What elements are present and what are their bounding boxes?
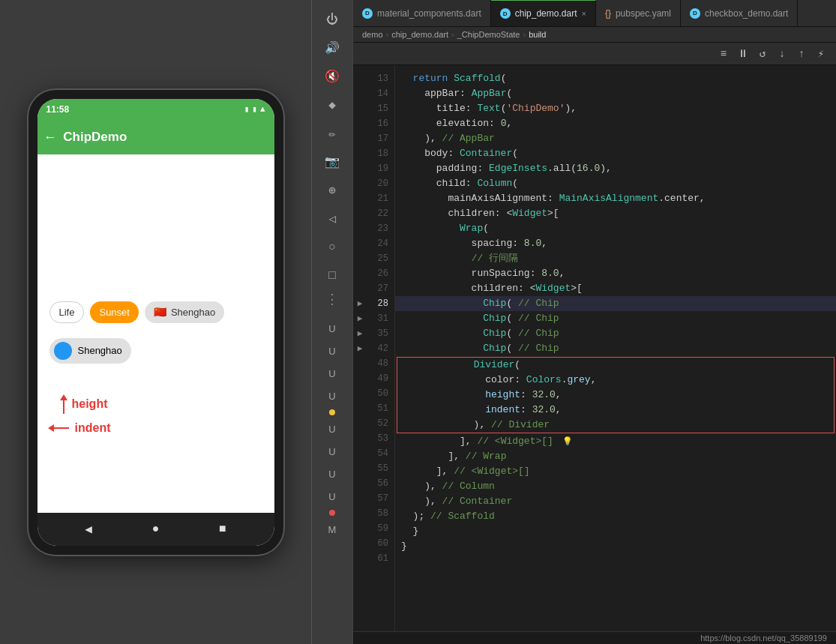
code-line-50: height: 32.0, — [397, 388, 834, 403]
avatar — [54, 342, 72, 360]
status-icons: ▮ ▮ ▲ — [244, 104, 265, 114]
height-annotation: height — [60, 394, 108, 414]
more-options-btn[interactable]: ⋮ — [325, 291, 340, 316]
code-line-35: Chip( // Chip — [395, 326, 836, 341]
square-icon-btn[interactable]: □ — [317, 262, 347, 289]
code-line-21: mainAxisAlignment: MainAxisAlignment.cen… — [395, 191, 836, 206]
code-line-15: title: Text('ChipDemo'), — [395, 101, 836, 116]
bc-build[interactable]: build — [529, 30, 546, 39]
toolbar-refresh-btn[interactable]: ↺ — [754, 45, 772, 63]
code-line-48: Divider( — [397, 358, 834, 373]
phone-appbar: ← ChipDemo — [37, 120, 274, 154]
tab-chip-demo[interactable]: D chip_demo.dart × — [491, 0, 596, 26]
volume-up-icon-btn[interactable]: 🔊 — [317, 34, 347, 61]
power-icon-btn[interactable]: ⏻ — [317, 6, 347, 33]
ln-57: 57 — [367, 491, 394, 506]
ln-49: 49 — [367, 371, 394, 386]
gutter-item — [353, 236, 367, 251]
ln-20: 20 — [367, 176, 394, 191]
appbar-title: ChipDemo — [63, 130, 127, 145]
nav-home-btn[interactable]: ● — [152, 523, 160, 536]
tab-checkbox-demo[interactable]: D checkbox_demo.dart — [681, 0, 798, 26]
tab-pubspec[interactable]: {} pubspec.yaml — [596, 0, 681, 26]
ln-59: 59 — [367, 521, 394, 536]
left-gutter: ▶ ▶ ▶ ▶ — [353, 65, 367, 631]
gutter-arrow-31[interactable]: ▶ — [353, 311, 367, 326]
ln-58: 58 — [367, 506, 394, 521]
flag-icon: 🇨🇳 — [154, 306, 166, 318]
code-line-23: Wrap( — [395, 221, 836, 236]
code-line-26: runSpacing: 8.0, — [395, 266, 836, 281]
code-line-58: ); // Scaffold — [395, 509, 836, 524]
chip-sunset[interactable]: Sunset — [90, 301, 138, 323]
toolbar-run-btn[interactable]: ⚡ — [812, 45, 830, 63]
back-button[interactable]: ← — [46, 130, 55, 145]
wifi-icon: ▲ — [260, 105, 265, 114]
gutter-arrow-35[interactable]: ▶ — [353, 326, 367, 341]
tab-chip-label: chip_demo.dart — [515, 8, 577, 19]
sidebar-letter-u6: U — [317, 441, 347, 462]
toolbar-down-btn[interactable]: ↓ — [773, 45, 791, 63]
code-lines[interactable]: return Scaffold( appBar: AppBar( title: … — [395, 65, 836, 631]
dart-icon-cb: D — [690, 8, 700, 19]
toolbar-pause-btn[interactable]: ⏸ — [734, 45, 752, 63]
height-arrow — [60, 394, 67, 414]
ln-53: 53 — [367, 431, 394, 446]
phone-section: 11:58 ▮ ▮ ▲ ← ChipDemo Life Sunset — [0, 0, 311, 644]
arrow-left-line — [54, 427, 69, 429]
indent-annotation: indent — [48, 421, 111, 435]
nav-back-btn[interactable]: ◀ — [85, 522, 92, 537]
sidebar-letter-u1: U — [317, 318, 347, 339]
code-line-60: } — [395, 539, 836, 554]
back-arrow-icon-btn[interactable]: ◁ — [317, 205, 347, 232]
chip-life[interactable]: Life — [49, 301, 85, 323]
editor-section: D material_components.dart D chip_demo.d… — [353, 0, 836, 644]
toolbar-menu-btn[interactable]: ≡ — [715, 45, 733, 63]
sidebar-letter-u4: U — [317, 385, 347, 406]
ln-27: 27 — [367, 281, 394, 296]
gutter-arrow-28[interactable]: ▶ — [353, 296, 367, 311]
chip-with-avatar[interactable]: Shenghao — [49, 338, 131, 364]
bc-sep2: › — [451, 30, 454, 39]
code-line-17: ), // AppBar — [395, 131, 836, 146]
bc-demo[interactable]: demo — [362, 30, 383, 39]
editor-toolbar: ≡ ⏸ ↺ ↓ ↑ ⚡ — [353, 43, 836, 65]
gutter-item — [353, 266, 367, 281]
bc-chipdemostate[interactable]: _ChipDemoState — [457, 30, 520, 39]
tab-material-components[interactable]: D material_components.dart — [353, 0, 491, 26]
gutter-item — [353, 176, 367, 191]
sidebar-top-icons: ⏻ 🔊 🔇 ◆ ✏ 📷 ⊕ ◁ ○ □ ⋮ U U U U U U U U M — [312, 6, 352, 540]
arrow-up-head — [60, 394, 67, 400]
sidebar-letter-u3: U — [317, 363, 347, 384]
toolbar-up-btn[interactable]: ↑ — [793, 45, 811, 63]
tab-close-btn[interactable]: × — [581, 9, 586, 18]
code-line-42: Chip( // Chip — [395, 341, 836, 356]
indent-arrow — [48, 424, 69, 432]
volume-off-icon-btn[interactable]: 🔇 — [317, 63, 347, 90]
phone-content: Life Sunset 🇨🇳 Shenghao Shenghao — [37, 154, 274, 513]
circle-icon-btn[interactable]: ○ — [317, 234, 347, 261]
ln-31: 31 — [367, 311, 394, 326]
code-line-53: ], // <Widget>[] 💡 — [395, 434, 836, 449]
ln-61: 61 — [367, 551, 394, 566]
code-line-24: spacing: 8.0, — [395, 236, 836, 251]
code-line-55: ], // <Widget>[] — [395, 464, 836, 479]
camera-icon-btn[interactable]: 📷 — [317, 148, 347, 175]
diamond-icon-btn[interactable]: ◆ — [317, 91, 347, 118]
zoom-icon-btn[interactable]: ⊕ — [317, 177, 347, 204]
lightbulb-icon[interactable]: 💡 — [562, 434, 573, 449]
code-line-27: children: <Widget>[ — [395, 281, 836, 296]
code-line-59: } — [395, 524, 836, 539]
ln-28: 28 — [367, 296, 394, 311]
code-line-56: ), // Column — [395, 479, 836, 494]
gutter-item — [353, 221, 367, 236]
ln-17: 17 — [367, 131, 394, 146]
pencil-icon-btn[interactable]: ✏ — [317, 120, 347, 147]
bc-chip-demo[interactable]: chip_demo.dart — [391, 30, 448, 39]
code-area: ▶ ▶ ▶ ▶ 13 14 15 16 17 18 19 20 21 22 23… — [353, 65, 836, 631]
gutter-arrow-42[interactable]: ▶ — [353, 341, 367, 356]
nav-recents-btn[interactable]: ■ — [219, 523, 226, 536]
gutter-item — [353, 191, 367, 206]
chip-shenghao[interactable]: 🇨🇳 Shenghao — [145, 301, 224, 323]
signal-icon: ▮ — [252, 104, 257, 114]
